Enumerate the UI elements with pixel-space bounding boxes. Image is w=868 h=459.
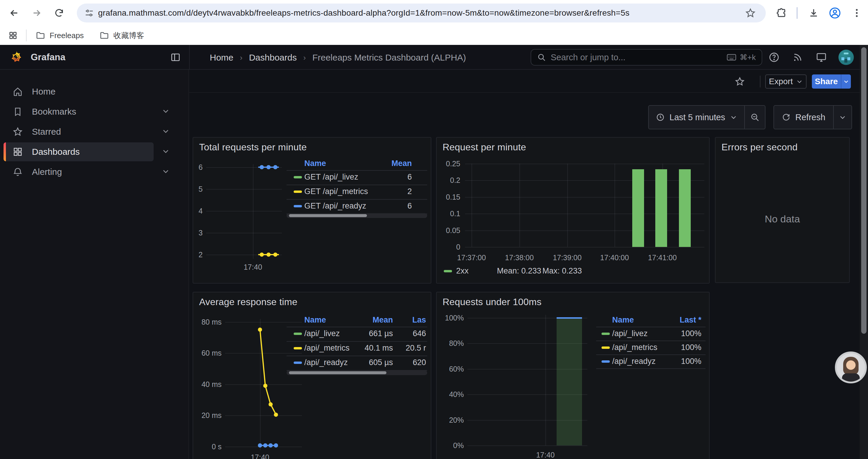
scrollbar-thumb[interactable] xyxy=(861,47,867,334)
sidebar-item-starred[interactable]: Starred xyxy=(4,122,154,141)
refresh-button[interactable]: Refresh xyxy=(773,105,834,129)
extensions-icon[interactable] xyxy=(774,5,789,21)
legend-scrollbar-thumb[interactable] xyxy=(289,371,386,374)
share-dropdown-button[interactable] xyxy=(841,74,851,89)
x-axis-label: 17:40 xyxy=(531,451,560,459)
legend-cell[interactable]: 100% xyxy=(654,357,701,366)
chevron-down-icon xyxy=(730,114,737,121)
panel-errors-per-second[interactable]: Errors per second No data xyxy=(715,137,850,283)
panel-title[interactable]: Average response time xyxy=(199,297,298,307)
page-scrollbar[interactable] xyxy=(860,45,868,459)
legend-cell[interactable]: GET /api/_metrics xyxy=(304,187,368,196)
panel-avg-response-time[interactable]: Average response time 80 ms60 ms40 ms20 … xyxy=(193,292,431,459)
site-info-icon[interactable] xyxy=(83,6,96,20)
sidebar-toggle-icon[interactable] xyxy=(170,52,181,63)
y-axis-label: 40 ms xyxy=(193,380,222,389)
legend-cell[interactable]: GET /api/_readyz xyxy=(304,201,366,210)
legend-column-header[interactable]: Mean xyxy=(370,159,412,168)
forward-icon[interactable] xyxy=(30,6,44,20)
legend-column-header[interactable]: Last * xyxy=(660,316,701,325)
legend-series-name[interactable]: 2xx xyxy=(456,266,469,275)
breadcrumb-home[interactable]: Home xyxy=(210,53,234,63)
chevron-down-icon[interactable] xyxy=(162,126,169,137)
legend-pill xyxy=(294,191,302,193)
legend-pill xyxy=(294,347,302,350)
gridline xyxy=(253,164,253,259)
sidebar-item-home[interactable]: Home xyxy=(4,82,154,101)
search-input[interactable]: Search or jump to... ⌘+k xyxy=(531,49,762,66)
apps-grid-icon[interactable] xyxy=(7,30,19,41)
legend-cell[interactable]: 100% xyxy=(654,329,701,338)
sidebar-item-alerting[interactable]: Alerting xyxy=(4,162,154,182)
back-icon[interactable] xyxy=(7,6,21,20)
legend-cell[interactable]: GET /api/_livez xyxy=(304,172,359,182)
export-button[interactable]: Export xyxy=(765,74,807,89)
y-axis-label: 3 xyxy=(193,229,203,237)
panel-total-requests[interactable]: Total requests per minute 6543217:40Name… xyxy=(193,137,431,284)
share-button[interactable]: Share xyxy=(812,74,851,89)
grafana-logo[interactable] xyxy=(9,50,24,64)
bookmark-folder-freeleaps[interactable]: Freeleaps xyxy=(35,30,84,41)
chevron-down-icon[interactable] xyxy=(162,167,169,177)
share-button-label[interactable]: Share xyxy=(812,74,841,89)
profile-icon[interactable] xyxy=(827,5,843,21)
panel-title[interactable]: Total requests per minute xyxy=(199,142,307,153)
legend-column-header[interactable]: Name xyxy=(612,316,634,325)
gridline xyxy=(615,164,615,247)
panel-title[interactable]: Requests under 100ms xyxy=(442,297,541,307)
legend-column-header[interactable]: Name xyxy=(304,159,326,168)
series-point xyxy=(273,253,277,257)
panel-title[interactable]: Request per minute xyxy=(442,142,526,153)
legend-scrollbar-thumb[interactable] xyxy=(289,214,367,217)
chevron-down-icon[interactable] xyxy=(162,106,169,117)
gridline xyxy=(467,446,587,446)
legend-cell[interactable]: 646 xyxy=(379,329,426,338)
bookmark-star-icon[interactable] xyxy=(743,6,757,20)
reload-icon[interactable] xyxy=(52,6,66,20)
legend-cell[interactable]: /api/_readyz xyxy=(304,358,348,367)
legend-cell[interactable]: 20.5 r xyxy=(379,343,426,353)
legend-cell[interactable]: 100% xyxy=(654,343,701,352)
bell-icon xyxy=(12,167,24,177)
legend-cell[interactable]: /api/_readyz xyxy=(612,357,656,366)
legend-cell[interactable]: /api/_metrics xyxy=(612,343,657,352)
series-point xyxy=(260,253,264,257)
user-avatar[interactable] xyxy=(838,50,854,65)
monitor-icon[interactable] xyxy=(815,52,827,63)
sidebar-item-dashboards[interactable]: Dashboards xyxy=(4,142,154,161)
legend-column-header[interactable]: Las xyxy=(385,316,426,325)
legend-pill xyxy=(601,333,610,335)
help-icon[interactable] xyxy=(768,52,780,63)
screen: grafana.mathmast.com/d/deytv4rwavabkb/fr… xyxy=(0,0,868,459)
panel-requests-under-100ms[interactable]: Requests under 100ms 100%80%60%40%20%0%1… xyxy=(436,292,710,459)
breadcrumb-dashboards[interactable]: Dashboards xyxy=(249,53,297,63)
panel-request-per-minute[interactable]: Request per minute 0.250.20.150.10.05017… xyxy=(436,137,710,284)
legend-cell[interactable]: 620 xyxy=(379,358,426,367)
news-rss-icon[interactable] xyxy=(792,52,804,63)
legend-cell[interactable]: /api/_livez xyxy=(612,329,648,338)
legend-column-header[interactable]: Name xyxy=(304,316,326,325)
y-axis-label: 0 xyxy=(437,243,460,251)
sidebar-item-bookmarks[interactable]: Bookmarks xyxy=(4,102,154,121)
time-range-button[interactable]: Last 5 minutes xyxy=(648,105,745,129)
download-icon[interactable] xyxy=(806,5,821,21)
legend-cell[interactable]: 2 xyxy=(365,187,412,196)
favorite-star-icon[interactable] xyxy=(734,76,746,88)
menu-kebab-icon[interactable] xyxy=(850,5,864,21)
legend-mean: Mean: 0.233 xyxy=(497,266,541,275)
no-data-message: No data xyxy=(716,213,849,225)
subheader-divider xyxy=(760,76,761,88)
url-bar[interactable]: grafana.mathmast.com/d/deytv4rwavabkb/fr… xyxy=(77,4,766,23)
legend-cell[interactable]: 6 xyxy=(365,172,412,182)
panel-title[interactable]: Errors per second xyxy=(721,142,798,153)
legend-cell[interactable]: /api/_metrics xyxy=(304,343,349,353)
chevron-down-icon[interactable] xyxy=(162,146,169,157)
zoom-out-button[interactable] xyxy=(745,105,766,129)
refresh-interval-dropdown[interactable] xyxy=(834,105,852,129)
bar xyxy=(557,318,582,446)
floating-avatar[interactable] xyxy=(835,352,867,383)
legend-separator xyxy=(596,355,706,355)
bookmark-folder-blogs[interactable]: 收藏博客 xyxy=(99,30,144,41)
legend-cell[interactable]: 6 xyxy=(365,201,412,210)
legend-cell[interactable]: /api/_livez xyxy=(304,329,340,338)
